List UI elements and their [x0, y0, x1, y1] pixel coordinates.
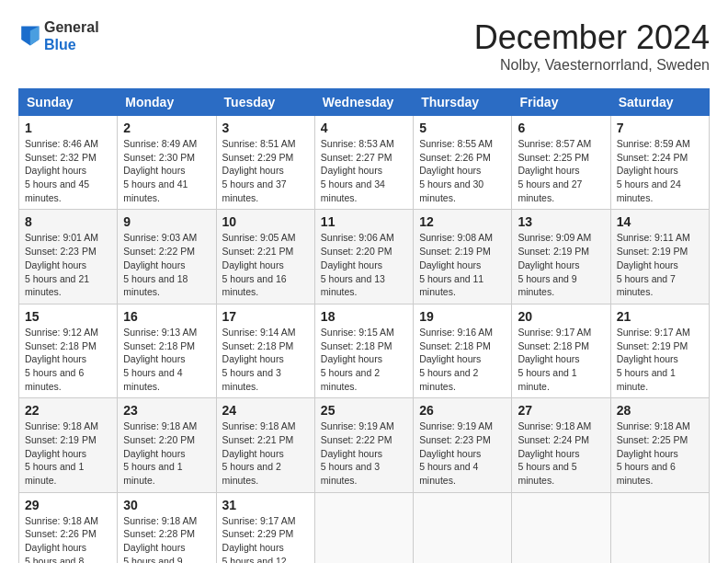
daylight-label: Daylight hours [123, 259, 185, 270]
sunset-label: Sunset: 2:23 PM [25, 246, 97, 257]
month-title: December 2024 [474, 18, 710, 57]
day-cell: 5 Sunrise: 8:55 AM Sunset: 2:26 PM Dayli… [414, 116, 512, 210]
day-cell: 3 Sunrise: 8:51 AM Sunset: 2:29 PM Dayli… [216, 116, 314, 210]
sunset-label: Sunset: 2:29 PM [222, 152, 294, 163]
daylight-label: Daylight hours [123, 353, 185, 364]
sunrise-label: Sunrise: 9:01 AM [25, 232, 98, 243]
day-cell: 24 Sunrise: 9:18 AM Sunset: 2:21 PM Dayl… [216, 398, 314, 492]
day-number: 25 [321, 403, 407, 418]
daylight-label: Daylight hours [25, 448, 86, 459]
sunrise-label: Sunrise: 9:17 AM [222, 515, 296, 526]
daylight-value: 5 hours and 41 minutes. [123, 178, 188, 203]
day-cell: 26 Sunrise: 9:19 AM Sunset: 2:23 PM Dayl… [414, 398, 512, 492]
day-info: Sunrise: 9:08 AM Sunset: 2:19 PM Dayligh… [419, 231, 506, 298]
day-number: 10 [222, 214, 309, 229]
sunrise-label: Sunrise: 9:18 AM [25, 515, 98, 526]
logo-text: General Blue [44, 18, 99, 53]
header-row: Sunday Monday Tuesday Wednesday Thursday… [19, 89, 710, 116]
day-info: Sunrise: 9:01 AM Sunset: 2:23 PM Dayligh… [25, 231, 111, 298]
day-number: 26 [419, 403, 506, 418]
day-cell [314, 492, 413, 563]
daylight-value: 5 hours and 1 minute. [518, 367, 576, 392]
week-row-5: 29 Sunrise: 9:18 AM Sunset: 2:26 PM Dayl… [19, 492, 710, 563]
day-info: Sunrise: 9:14 AM Sunset: 2:18 PM Dayligh… [222, 326, 309, 393]
daylight-label: Daylight hours [617, 259, 678, 270]
day-number: 8 [25, 214, 111, 229]
daylight-label: Daylight hours [25, 165, 86, 176]
sunset-label: Sunset: 2:18 PM [321, 340, 392, 351]
sunset-label: Sunset: 2:18 PM [419, 340, 491, 351]
header-wednesday: Wednesday [314, 89, 413, 116]
day-cell: 19 Sunrise: 9:16 AM Sunset: 2:18 PM Dayl… [414, 304, 512, 397]
sunrise-label: Sunrise: 9:18 AM [617, 420, 690, 431]
day-number: 14 [617, 214, 703, 229]
day-info: Sunrise: 9:18 AM Sunset: 2:28 PM Dayligh… [123, 514, 210, 563]
sunset-label: Sunset: 2:19 PM [518, 246, 589, 257]
day-cell: 31 Sunrise: 9:17 AM Sunset: 2:29 PM Dayl… [216, 492, 314, 563]
daylight-value: 5 hours and 5 minutes. [518, 461, 576, 486]
day-number: 6 [518, 121, 604, 135]
day-info: Sunrise: 9:18 AM Sunset: 2:24 PM Dayligh… [518, 419, 604, 487]
sunset-label: Sunset: 2:21 PM [222, 434, 294, 445]
daylight-label: Daylight hours [25, 542, 86, 553]
daylight-value: 5 hours and 12 minutes. [222, 556, 287, 563]
day-info: Sunrise: 9:15 AM Sunset: 2:18 PM Dayligh… [321, 326, 407, 393]
day-cell: 17 Sunrise: 9:14 AM Sunset: 2:18 PM Dayl… [216, 304, 314, 397]
daylight-value: 5 hours and 1 minute. [25, 461, 84, 486]
daylight-value: 5 hours and 16 minutes. [222, 273, 287, 298]
daylight-value: 5 hours and 2 minutes. [321, 367, 380, 392]
day-number: 29 [25, 498, 111, 512]
page-header: General Blue December 2024 Nolby, Vaeste… [18, 18, 710, 74]
daylight-label: Daylight hours [222, 259, 284, 270]
sunset-label: Sunset: 2:26 PM [419, 152, 491, 163]
day-number: 20 [518, 309, 604, 324]
daylight-label: Daylight hours [518, 353, 579, 364]
sunset-label: Sunset: 2:28 PM [123, 528, 195, 539]
sunset-label: Sunset: 2:19 PM [25, 434, 97, 445]
daylight-label: Daylight hours [222, 165, 284, 176]
sunrise-label: Sunrise: 9:08 AM [419, 232, 493, 243]
sunrise-label: Sunrise: 9:03 AM [123, 232, 197, 243]
sunset-label: Sunset: 2:20 PM [321, 246, 392, 257]
day-number: 28 [617, 403, 703, 418]
daylight-label: Daylight hours [123, 448, 185, 459]
logo: General Blue [18, 18, 99, 53]
sunset-label: Sunset: 2:18 PM [518, 340, 589, 351]
title-block: December 2024 Nolby, Vaesternorrland, Sw… [474, 18, 710, 74]
sunset-label: Sunset: 2:20 PM [123, 434, 195, 445]
day-cell: 30 Sunrise: 9:18 AM Sunset: 2:28 PM Dayl… [118, 492, 216, 563]
sunrise-label: Sunrise: 9:17 AM [617, 327, 690, 338]
daylight-label: Daylight hours [25, 353, 86, 364]
calendar-header: Sunday Monday Tuesday Wednesday Thursday… [19, 89, 710, 116]
sunrise-label: Sunrise: 9:18 AM [222, 420, 296, 431]
sunrise-label: Sunrise: 9:18 AM [518, 420, 591, 431]
daylight-value: 5 hours and 4 minutes. [123, 367, 182, 392]
daylight-label: Daylight hours [419, 353, 481, 364]
day-number: 9 [123, 214, 210, 229]
sunrise-label: Sunrise: 9:16 AM [419, 327, 493, 338]
day-info: Sunrise: 8:57 AM Sunset: 2:25 PM Dayligh… [518, 137, 604, 204]
day-info: Sunrise: 8:59 AM Sunset: 2:24 PM Dayligh… [617, 137, 703, 204]
sunrise-label: Sunrise: 9:15 AM [321, 327, 394, 338]
sunset-label: Sunset: 2:18 PM [222, 340, 294, 351]
day-cell: 21 Sunrise: 9:17 AM Sunset: 2:19 PM Dayl… [610, 304, 709, 397]
daylight-label: Daylight hours [321, 259, 382, 270]
calendar-body: 1 Sunrise: 8:46 AM Sunset: 2:32 PM Dayli… [19, 116, 710, 564]
daylight-label: Daylight hours [419, 448, 481, 459]
sunrise-label: Sunrise: 9:19 AM [321, 420, 394, 431]
daylight-value: 5 hours and 8 minutes. [25, 556, 84, 563]
day-number: 19 [419, 309, 506, 324]
daylight-label: Daylight hours [518, 448, 579, 459]
daylight-value: 5 hours and 1 minute. [123, 461, 182, 486]
sunset-label: Sunset: 2:19 PM [617, 246, 688, 257]
sunset-label: Sunset: 2:26 PM [25, 528, 97, 539]
day-cell: 18 Sunrise: 9:15 AM Sunset: 2:18 PM Dayl… [314, 304, 413, 397]
day-cell: 10 Sunrise: 9:05 AM Sunset: 2:21 PM Dayl… [216, 210, 314, 304]
day-cell: 11 Sunrise: 9:06 AM Sunset: 2:20 PM Dayl… [314, 210, 413, 304]
daylight-value: 5 hours and 27 minutes. [518, 178, 582, 203]
daylight-label: Daylight hours [321, 448, 382, 459]
daylight-label: Daylight hours [222, 448, 284, 459]
logo-icon [18, 23, 40, 49]
day-cell: 6 Sunrise: 8:57 AM Sunset: 2:25 PM Dayli… [512, 116, 610, 210]
sunset-label: Sunset: 2:18 PM [25, 340, 97, 351]
